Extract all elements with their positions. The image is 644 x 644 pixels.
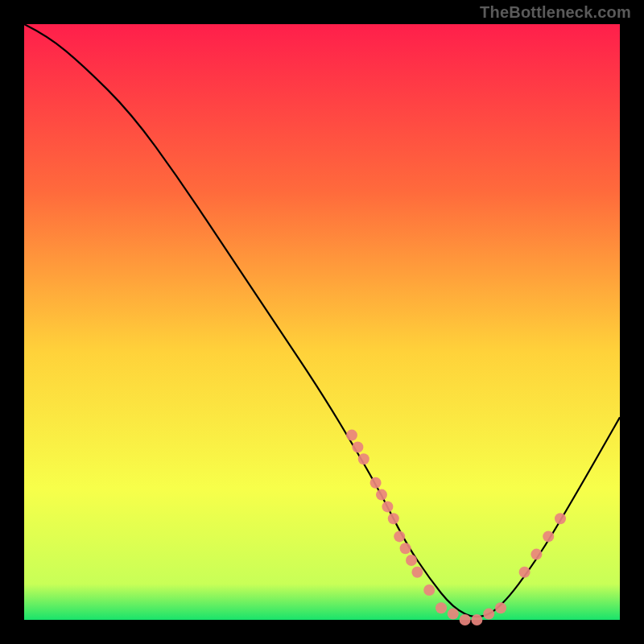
marker-dot <box>555 513 566 524</box>
marker-dot <box>358 453 369 464</box>
chart-stage: TheBottleneck.com <box>0 0 644 644</box>
marker-dot <box>388 513 399 524</box>
marker-dot <box>530 549 542 560</box>
marker-dot <box>394 530 405 542</box>
marker-dot <box>495 602 506 613</box>
marker-dot <box>406 555 417 566</box>
marker-dot <box>400 543 411 554</box>
watermark-text: TheBottleneck.com <box>480 3 631 22</box>
marker-dot <box>370 477 382 489</box>
marker-dot <box>460 614 471 625</box>
marker-dot <box>376 489 387 501</box>
marker-dot <box>436 602 447 613</box>
marker-dot <box>448 609 459 620</box>
bottleneck-plot <box>0 0 644 644</box>
marker-dot <box>543 530 554 542</box>
marker-dot <box>483 609 494 620</box>
marker-dot <box>519 567 530 578</box>
marker-dot <box>411 567 423 578</box>
marker-dot <box>423 584 435 596</box>
marker-dot <box>346 430 357 441</box>
marker-dot <box>382 501 393 512</box>
marker-dot <box>352 441 363 452</box>
gradient-background <box>24 24 620 620</box>
marker-dot <box>471 614 482 625</box>
